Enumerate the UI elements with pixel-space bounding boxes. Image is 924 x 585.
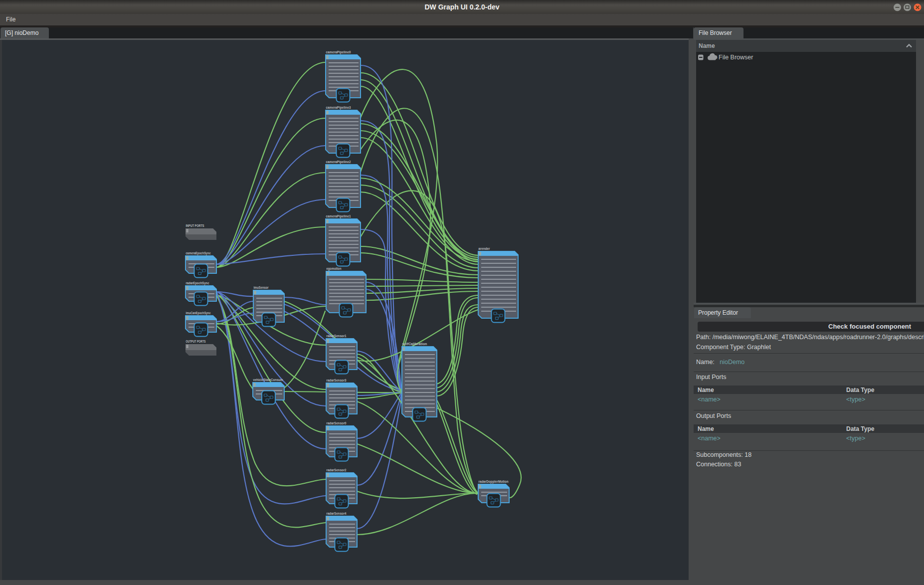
svg-text:imuCanEpochSync: imuCanEpochSync [186,311,211,315]
svg-text:radarDopplerMotion: radarDopplerMotion [479,479,509,484]
svg-text:arender: arender [479,246,490,251]
svg-text:vehicleStateConsum: vehicleStateConsum [253,378,283,382]
svg-text:radarSensor2: radarSensor2 [327,468,347,472]
svg-text:OUTPUT PORTS: OUTPUT PORTS [186,339,206,344]
svg-text:egomotion: egomotion [327,266,342,271]
svg-text:cameraPipeline2: cameraPipeline2 [326,160,351,164]
svg-text:cameraEpochSync: cameraEpochSync [186,251,211,255]
svg-text:INPUT PORTS: INPUT PORTS [186,223,204,228]
svg-text:radarEpochSync: radarEpochSync [186,281,209,285]
svg-text:imuSensor: imuSensor [254,285,269,290]
svg-text:radarSensor4: radarSensor4 [327,511,347,516]
svg-text:radarSensor1: radarSensor1 [327,334,347,338]
svg-text:cameraPipeline0: cameraPipeline0 [326,50,351,54]
svg-text:radarSensor0: radarSensor0 [327,421,347,425]
svg-text:radarSensor3: radarSensor3 [327,378,347,383]
svg-text:cameraPipeline3: cameraPipeline3 [326,105,351,110]
svg-text:selfCalibration: selfCalibration [402,342,427,346]
svg-text:cameraPipeline1: cameraPipeline1 [326,214,351,218]
